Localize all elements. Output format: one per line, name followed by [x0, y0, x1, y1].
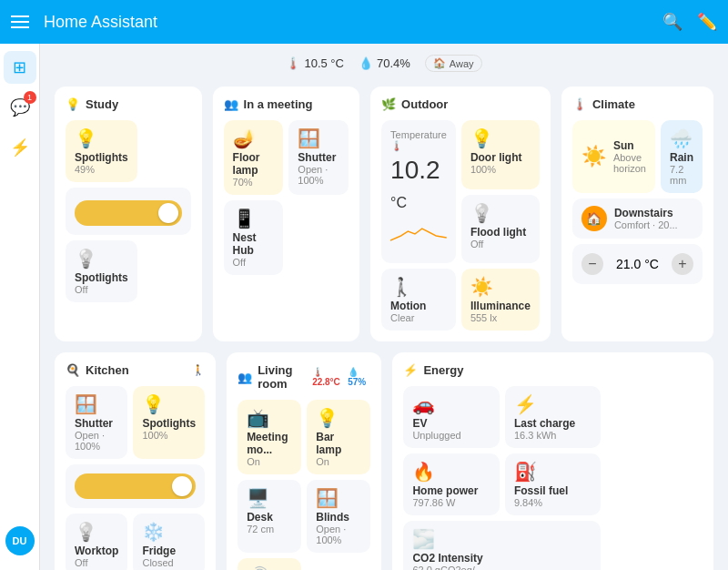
study-icon: 💡 [66, 97, 80, 111]
energy-fossil-fuel[interactable]: ⛽ Fossil fuel 9.84% [505, 453, 602, 515]
kitchen-title: 🍳 Kitchen 🚶 [66, 363, 205, 377]
spotlight-off-icon: 💡 [75, 248, 128, 270]
study-devices: 💡 Spotlights 49% 💡 Spotlights Off [66, 120, 191, 302]
office-floor-lamp[interactable]: 🪔 Floor lamp 70% [224, 120, 284, 195]
climate-rain[interactable]: 🌧️ Rain 7.2 mm [661, 120, 703, 193]
avatar[interactable]: DU [5, 526, 35, 555]
outdoor-door-light[interactable]: 💡 Door light 100% [461, 120, 540, 189]
living-room-section: 👥 Living room 🌡️ 22.8°C 💧 57% 📺 Meeting … [227, 352, 381, 570]
layout: ⊞ 💬 ⚡ DU 🌡️ 10.5 °C 💧 70.4% 🏠 Away [0, 44, 728, 570]
energy-co2[interactable]: 🌫️ CO2 Intensity 62.0 gCO2eq/... [403, 521, 601, 570]
main-content: 🌡️ 10.5 °C 💧 70.4% 🏠 Away 💡 Study [40, 44, 728, 570]
kitchen-slider-knob [172, 476, 192, 496]
climate-thermostat: − 21.0 °C + [572, 244, 703, 284]
energy-section: ⚡ Energy 🚗 EV Unplugged ⚡ Last charge 16… [392, 352, 713, 570]
kitchen-spotlights[interactable]: 💡 Spotlights 100% [133, 386, 205, 459]
climate-title: 🌡️ Climate [572, 97, 703, 111]
edit-icon[interactable]: ✏️ [697, 12, 717, 32]
kitchen-devices: 🪟 Shutter Open · 100% 💡 Spotlights 100% [66, 386, 205, 570]
living-room-icon: 👥 [238, 371, 252, 384]
temp-decrease-button[interactable]: − [581, 253, 603, 275]
living-room-humidity: 💧 57% [348, 367, 370, 387]
status-humidity: 💧 70.4% [359, 55, 410, 72]
house-icon: 🏠 [433, 57, 446, 69]
office-icon: 👥 [224, 97, 238, 111]
study-spotlights-on[interactable]: 💡 Spotlights 49% [66, 120, 137, 182]
study-slider-tile[interactable] [66, 188, 191, 235]
kitchen-worktop[interactable]: 💡 Worktop Off [66, 514, 127, 570]
living-room-title: 👥 Living room 🌡️ 22.8°C 💧 57% [238, 363, 370, 391]
office-title: 👥 In a meeting [224, 97, 349, 111]
topbar-actions: 🔍 ✏️ [662, 12, 717, 32]
kitchen-fridge[interactable]: ❄️ Fridge Closed [133, 514, 205, 570]
kitchen-icon: 🍳 [66, 363, 80, 377]
sidebar-item-energy[interactable]: ⚡ [4, 131, 36, 164]
study-title: 💡 Study [66, 97, 191, 111]
sidebar: ⊞ 💬 ⚡ DU [0, 44, 40, 570]
menu-button[interactable] [11, 11, 33, 33]
energy-icon: ⚡ [403, 363, 418, 377]
temp-increase-button[interactable]: + [672, 253, 693, 275]
living-room-nest-mini[interactable]: 🔊 Nest mini Playing [238, 558, 301, 570]
outdoor-flood-light[interactable]: 💡 Flood light Off [461, 195, 540, 264]
outdoor-title: 🌿 Outdoor [381, 97, 540, 111]
outdoor-motion[interactable]: 🚶 Motion Clear [381, 269, 456, 331]
slider-knob [158, 203, 178, 223]
status-presence: 🏠 Away [425, 55, 482, 72]
sections-row-1: 💡 Study 💡 Spotlights 49% [55, 87, 713, 341]
sections-row-2: 🍳 Kitchen 🚶 🪟 Shutter Open · 100% 💡 Spot… [55, 352, 713, 570]
search-icon[interactable]: 🔍 [662, 12, 682, 32]
sidebar-item-notifications[interactable]: 💬 [4, 91, 36, 124]
living-room-desk[interactable]: 🖥️ Desk 72 cm [238, 480, 301, 553]
study-spotlights-off[interactable]: 💡 Spotlights Off [66, 240, 137, 302]
office-shutter[interactable]: 🪟 Shutter Open · 100% [288, 120, 349, 195]
kitchen-slider-tile[interactable] [66, 464, 205, 508]
thermostat-value: 21.0 °C [616, 257, 659, 271]
living-room-blinds[interactable]: 🪟 Blinds Open · 100% [307, 480, 370, 553]
office-nest-hub[interactable]: 📱 Nest Hub Off [224, 200, 284, 275]
status-bar: 🌡️ 10.5 °C 💧 70.4% 🏠 Away [55, 55, 713, 72]
outdoor-section: 🌿 Outdoor Temperature 🌡️ 10.2 °C [370, 87, 551, 341]
app-title: Home Assistant [44, 13, 652, 32]
office-section: 👥 In a meeting 🪔 Floor lamp 70% 🪟 Shutte… [213, 87, 360, 341]
kitchen-section: 🍳 Kitchen 🚶 🪟 Shutter Open · 100% 💡 Spot… [55, 352, 216, 570]
climate-section: 🌡️ Climate ☀️ Sun Above horizon [561, 87, 713, 341]
climate-sun[interactable]: ☀️ Sun Above horizon [572, 120, 655, 193]
energy-ev[interactable]: 🚗 EV Unplugged [403, 386, 500, 448]
outdoor-devices: Temperature 🌡️ 10.2 °C 💡 Door light 100% [381, 120, 540, 331]
living-room-meeting[interactable]: 📺 Meeting mo... On [238, 400, 301, 474]
living-room-temp: 🌡️ 22.8°C [312, 367, 342, 387]
sun-icon: ☀️ [581, 145, 606, 168]
energy-last-charge[interactable]: ⚡ Last charge 16.3 kWh [505, 386, 602, 448]
study-section: 💡 Study 💡 Spotlights 49% [55, 87, 202, 341]
status-temperature: 🌡️ 10.5 °C [286, 55, 344, 72]
energy-title: ⚡ Energy [403, 363, 703, 377]
outdoor-temp-tile: Temperature 🌡️ 10.2 °C [381, 120, 456, 263]
living-room-bar-lamp[interactable]: 💡 Bar lamp On [307, 400, 370, 474]
climate-devices: ☀️ Sun Above horizon 🌧️ Rain 7.2 mm [572, 120, 703, 284]
outdoor-illuminance[interactable]: ☀️ Illuminance 555 lx [461, 269, 540, 331]
sidebar-item-dashboard[interactable]: ⊞ [4, 51, 36, 84]
kitchen-shutter[interactable]: 🪟 Shutter Open · 100% [66, 386, 127, 459]
downstairs-icon: 🏠 [581, 206, 607, 231]
office-devices: 🪔 Floor lamp 70% 🪟 Shutter Open · 100% 📱… [224, 120, 349, 275]
study-brightness-slider[interactable] [75, 200, 182, 226]
living-room-devices: 📺 Meeting mo... On 💡 Bar lamp On 🖥️ Desk… [238, 400, 370, 570]
topbar: Home Assistant 🔍 ✏️ [0, 0, 728, 44]
climate-icon: 🌡️ [572, 97, 587, 111]
kitchen-person-icon: 🚶 [192, 364, 205, 376]
outdoor-icon: 🌿 [381, 97, 396, 111]
climate-downstairs[interactable]: 🏠 Downstairs Comfort · 20... [572, 198, 703, 239]
spotlight-icon: 💡 [75, 127, 128, 149]
water-icon: 💧 [359, 56, 373, 70]
energy-devices: 🚗 EV Unplugged ⚡ Last charge 16.3 kWh 🔥 … [403, 386, 703, 570]
thermometer-icon: 🌡️ [286, 56, 300, 70]
energy-home-power[interactable]: 🔥 Home power 797.86 W [403, 453, 500, 515]
